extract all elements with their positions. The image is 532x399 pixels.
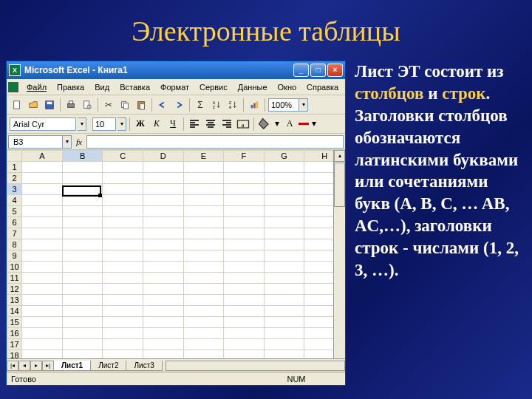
row-header[interactable]: 14 <box>7 306 22 317</box>
autosum-icon[interactable]: Σ <box>193 98 208 112</box>
col-header[interactable]: A <box>22 151 63 162</box>
paste-icon[interactable] <box>134 98 149 112</box>
font-combo[interactable]: Arial Cyr <box>10 117 76 131</box>
formula-bar: B3 ▾ fx <box>7 134 345 150</box>
svg-rect-17 <box>256 101 259 108</box>
scroll-up-icon[interactable]: ▴ <box>334 150 345 162</box>
align-right-icon[interactable] <box>219 117 234 132</box>
maximize-button[interactable]: □ <box>310 64 326 77</box>
menu-edit[interactable]: Правка <box>52 81 89 93</box>
fill-color-icon[interactable] <box>257 117 272 132</box>
horizontal-scrollbar[interactable] <box>166 361 345 371</box>
tab-nav-next-icon[interactable]: ▸ <box>30 361 42 371</box>
merge-center-icon[interactable]: a <box>236 117 250 132</box>
close-button[interactable]: × <box>327 64 343 77</box>
font-color-dropdown-icon[interactable]: ▾ <box>310 117 318 132</box>
status-ready: Готово <box>11 375 252 383</box>
col-header[interactable]: C <box>103 151 143 162</box>
sheet-tab-2[interactable]: Лист2 <box>90 361 126 371</box>
fx-icon[interactable]: fx <box>76 137 82 146</box>
align-center-icon[interactable] <box>203 117 218 132</box>
cell-grid[interactable]: A B C D E F G H 1 2 3 4 5 6 7 <box>7 150 345 358</box>
copy-icon[interactable] <box>117 98 132 112</box>
select-all-corner[interactable] <box>7 151 22 162</box>
caption-keyword-columns: столбцов <box>355 84 423 103</box>
row-header[interactable]: 3 <box>7 184 22 195</box>
italic-button[interactable]: К <box>149 117 164 132</box>
row-header[interactable]: 5 <box>7 206 22 217</box>
bold-button[interactable]: Ж <box>133 117 148 132</box>
font-dropdown-icon[interactable]: ▾ <box>78 117 86 131</box>
size-dropdown-icon[interactable]: ▾ <box>117 117 126 131</box>
menu-window[interactable]: Окно <box>273 81 301 93</box>
font-color-icon[interactable]: A <box>282 117 297 132</box>
row-header[interactable]: 12 <box>7 284 22 295</box>
workbook-icon[interactable] <box>8 82 18 92</box>
slide-caption: Лист ЭТ состоит из столбцов и строк. Заг… <box>355 61 526 386</box>
menu-tools[interactable]: Сервис <box>195 81 232 93</box>
window-title: Microsoft Excel - Книга1 <box>24 65 292 75</box>
row-header[interactable]: 2 <box>7 173 22 184</box>
row-header[interactable]: 11 <box>7 273 22 284</box>
zoom-dropdown-icon[interactable]: ▾ <box>299 98 308 112</box>
align-left-icon[interactable] <box>187 117 202 132</box>
sheet-tab-1[interactable]: Лист1 <box>53 361 91 371</box>
zoom-combo[interactable]: 100% <box>268 98 299 112</box>
row-header[interactable]: 16 <box>7 328 22 339</box>
titlebar[interactable]: X Microsoft Excel - Книга1 _ □ × <box>7 61 345 79</box>
sort-desc-icon[interactable]: ZA <box>225 98 240 112</box>
tab-nav-last-icon[interactable]: ▸| <box>42 361 54 371</box>
formula-input[interactable] <box>86 135 344 149</box>
menu-format[interactable]: Формат <box>156 81 194 93</box>
menu-help[interactable]: Справка <box>302 81 343 93</box>
new-icon[interactable] <box>10 98 24 112</box>
caption-keyword-rows: строк <box>442 84 485 103</box>
row-header[interactable]: 9 <box>7 250 22 262</box>
print-icon[interactable] <box>64 98 78 112</box>
cut-icon[interactable]: ✂ <box>101 98 116 112</box>
col-header[interactable]: B <box>62 151 103 162</box>
sheet-tab-3[interactable]: Лист3 <box>126 361 162 371</box>
row-header[interactable]: 1 <box>7 162 22 173</box>
svg-rect-2 <box>47 101 52 104</box>
row-header[interactable]: 7 <box>7 228 22 239</box>
row-header[interactable]: 17 <box>7 339 22 350</box>
font-size-combo[interactable]: 10 <box>92 117 116 131</box>
name-dropdown-icon[interactable]: ▾ <box>63 135 72 149</box>
redo-icon[interactable] <box>171 98 186 112</box>
sort-asc-icon[interactable]: AZ <box>209 98 224 112</box>
minimize-button[interactable]: _ <box>293 64 309 77</box>
undo-icon[interactable] <box>155 98 170 112</box>
open-icon[interactable] <box>26 98 41 112</box>
svg-rect-10 <box>140 103 144 109</box>
separator <box>151 98 152 112</box>
name-box[interactable]: B3 <box>8 135 63 149</box>
col-header[interactable]: G <box>264 151 304 162</box>
col-header[interactable]: F <box>224 151 265 162</box>
save-icon[interactable] <box>42 98 57 112</box>
preview-icon[interactable] <box>80 98 95 112</box>
menu-view[interactable]: Вид <box>90 81 114 93</box>
underline-button[interactable]: Ч <box>166 117 180 132</box>
vertical-scrollbar[interactable]: ▴ <box>333 150 345 358</box>
row-header[interactable]: 8 <box>7 239 22 250</box>
chart-icon[interactable] <box>247 98 262 112</box>
fill-dropdown-icon[interactable]: ▾ <box>273 117 281 132</box>
tab-nav-prev-icon[interactable]: ◂ <box>18 361 30 371</box>
svg-text:Z: Z <box>213 105 216 109</box>
separator <box>98 98 98 112</box>
scroll-thumb[interactable] <box>334 163 345 207</box>
row-header[interactable]: 18 <box>7 350 22 359</box>
svg-rect-16 <box>253 103 256 108</box>
row-header[interactable]: 6 <box>7 217 22 228</box>
col-header[interactable]: D <box>143 151 184 162</box>
menu-data[interactable]: Данные <box>233 81 272 93</box>
col-header[interactable]: E <box>183 151 224 162</box>
tab-nav-first-icon[interactable]: |◂ <box>7 361 18 371</box>
row-header[interactable]: 13 <box>7 295 22 306</box>
menu-file[interactable]: Файл <box>22 81 51 93</box>
menu-insert[interactable]: Вставка <box>115 81 154 93</box>
row-header[interactable]: 10 <box>7 262 22 273</box>
row-header[interactable]: 4 <box>7 195 22 206</box>
row-header[interactable]: 15 <box>7 317 22 328</box>
